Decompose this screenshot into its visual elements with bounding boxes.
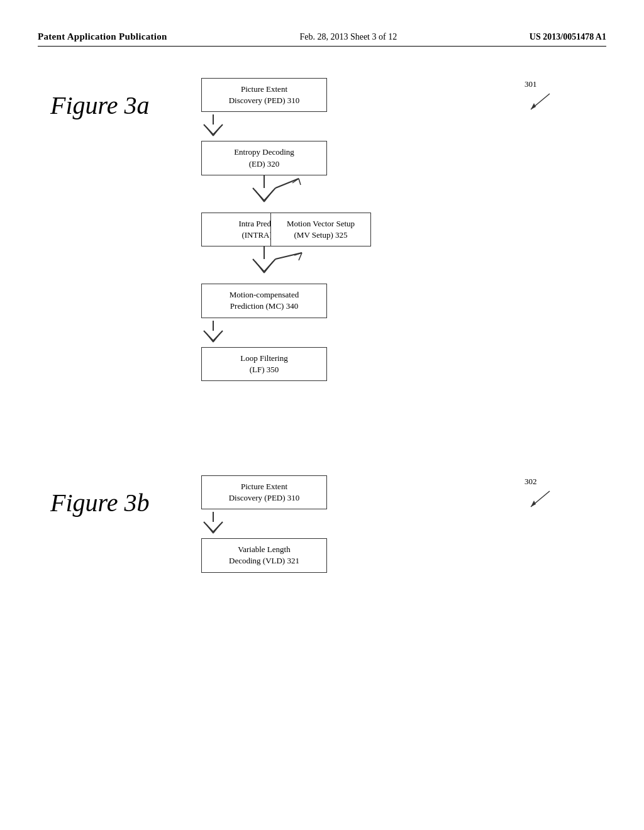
arrow-intra-to-mc-area [201,246,327,284]
figure-3b-label: Figure 3b [50,488,149,517]
svg-line-27 [213,333,220,342]
figure-3a-section: Figure 3a 301 Picture ExtentDiscovery (P… [38,72,606,381]
intra-mv-row: Intra Prediction(INTRA) 330 Motion Vecto… [201,213,516,246]
svg-line-5 [206,127,213,136]
figure-3a-label: Figure 3a [50,91,149,120]
chevron-arrow-svg-3 [201,321,225,345]
box-vld: Variable LengthDecoding (VLD) 321 [201,538,327,572]
box-ed-text: Entropy Decoding(ED) 320 [234,147,294,168]
box-mc-text: Motion-compensatedPrediction (MC) 340 [230,290,299,311]
box-lf: Loop Filtering(LF) 350 [201,347,327,381]
header: Patent Application Publication Feb. 28, … [38,31,606,47]
box-ped: Picture ExtentDiscovery (PED) 310 [201,78,327,112]
box-lf-text: Loop Filtering(LF) 350 [240,353,287,374]
box-mv-setup: Motion Vector Setup(MV Setup) 325 [270,213,371,246]
svg-line-10 [255,191,264,202]
section-divider [38,431,606,469]
figure-3b-flow: Picture ExtentDiscovery (PED) 310 Variab… [201,469,606,573]
svg-line-19 [264,262,273,273]
header-patent-number: US 2013/0051478 A1 [530,32,606,42]
box-mc: Motion-compensatedPrediction (MC) 340 [201,284,327,318]
figure-3b-section: Figure 3b 302 Picture ExtentDiscovery (P… [38,469,606,573]
chevron-arrow-svg-1 [201,114,225,138]
arrow-ed-to-intra-area [201,175,327,213]
header-publication-label: Patent Application Publication [38,31,167,42]
page: Patent Application Publication Feb. 28, … [0,0,644,830]
figure-3a-flow: Picture ExtentDiscovery (PED) 310 Entrop… [201,72,606,381]
arrow-intra-to-mc-svg [201,246,327,281]
box-ped-text: Picture ExtentDiscovery (PED) 310 [229,84,300,105]
arrow-3b-ped-to-vld [201,509,225,538]
chevron-arrow-svg-3b [201,512,225,536]
svg-line-11 [264,191,273,202]
arrow-ped-to-ed [201,112,225,141]
arrow-mc-to-lf [201,318,225,347]
svg-line-26 [206,333,213,342]
header-date-sheet: Feb. 28, 2013 Sheet 3 of 12 [299,32,397,42]
svg-line-18 [255,262,264,273]
svg-line-34 [213,524,220,533]
svg-line-6 [213,127,220,136]
box-ed: Entropy Decoding(ED) 320 [201,141,327,175]
box-mv-setup-text: Motion Vector Setup(MV Setup) 325 [287,219,355,240]
box-ped-3b: Picture ExtentDiscovery (PED) 310 [201,475,327,509]
svg-line-33 [206,524,213,533]
box-vld-text: Variable LengthDecoding (VLD) 321 [229,545,299,565]
box-ped-3b-text: Picture ExtentDiscovery (PED) 310 [229,482,300,502]
svg-line-14 [299,179,301,185]
svg-line-12 [275,179,299,188]
arrow-ed-to-intra-svg [201,175,327,210]
